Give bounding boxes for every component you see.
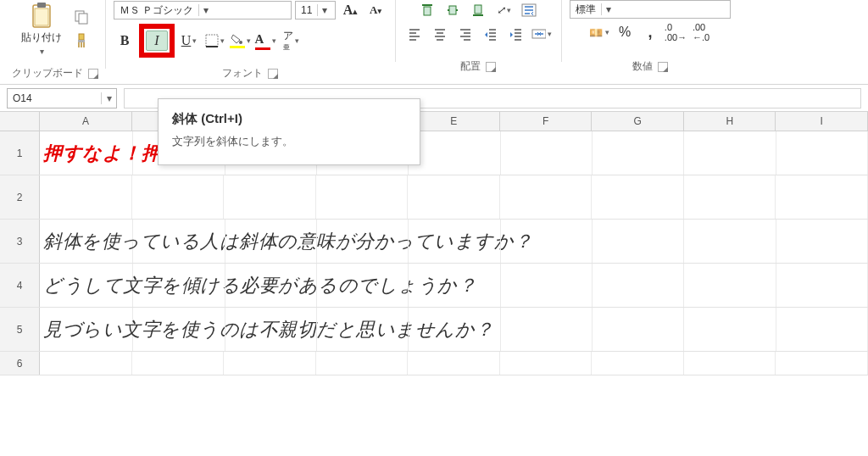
cell[interactable] [776,308,868,351]
decrease-font-button[interactable]: A▾ [364,0,387,20]
format-painter-button[interactable] [70,31,92,51]
cell[interactable] [225,308,317,351]
cell[interactable] [592,175,684,219]
cell[interactable] [501,220,593,263]
italic-button[interactable]: I [146,31,168,51]
cell[interactable] [776,220,868,263]
dialog-launcher-alignment[interactable] [486,62,496,72]
cell[interactable] [133,264,225,307]
cell[interactable] [316,175,409,219]
align-top-button[interactable] [416,0,438,20]
cell[interactable]: どうして文字を傾ける必要があるのでしょうか？ [40,264,133,307]
select-all-corner[interactable] [0,112,40,131]
cell[interactable]: 見づらい文字を使うのは不親切だと思いませんか？ [40,308,133,351]
font-name-combo[interactable]: ＭＳ Ｐゴシック ▾ [114,1,292,19]
cell[interactable] [40,175,132,219]
border-button[interactable]: ▾ [203,31,225,51]
align-middle-button[interactable] [442,0,464,20]
align-left-button[interactable] [403,24,426,44]
cell[interactable] [409,131,500,175]
cell[interactable] [317,220,409,263]
cell[interactable] [501,131,593,175]
align-center-button[interactable] [429,24,451,44]
font-color-button[interactable]: A ▾ [254,31,276,51]
cell[interactable] [776,131,868,175]
worksheet-grid[interactable]: ABCDEFGHI 1押すなよ！押すなよ！絶対に押すなよ！23斜体を使っている人… [0,112,868,375]
row-header[interactable]: 4 [0,264,40,307]
column-header[interactable]: A [40,112,132,131]
row-header[interactable]: 3 [0,220,40,263]
cell[interactable] [501,308,593,351]
cell[interactable] [408,352,500,375]
percent-button[interactable]: % [614,22,636,42]
column-header[interactable]: H [684,112,776,131]
cell[interactable] [684,352,776,375]
increase-indent-button[interactable] [505,24,527,44]
cell[interactable]: 斜体を使っている人は斜体の意味が分かっていますか？ [40,220,133,263]
increase-font-button[interactable]: A▴ [339,0,361,20]
cell[interactable] [409,220,500,263]
cell[interactable] [224,352,316,375]
align-right-button[interactable] [454,24,476,44]
font-size-combo[interactable]: 11 ▾ [295,1,336,19]
increase-decimal-button[interactable]: .0.00→ [665,22,687,42]
row-header[interactable]: 6 [0,352,40,375]
number-format-combo[interactable]: 標準 ▾ [570,0,731,19]
dialog-launcher-number[interactable] [658,62,668,72]
fill-color-button[interactable]: ▾ [229,31,251,51]
cell[interactable] [316,352,409,375]
cell[interactable] [776,264,868,307]
column-header[interactable]: E [408,112,500,131]
phonetic-button[interactable]: ア亜▾ [280,31,302,51]
cell[interactable] [684,308,776,351]
wrap-text-button[interactable] [518,0,540,20]
name-box[interactable]: O14 ▾ [7,88,117,108]
column-header[interactable]: G [592,112,684,131]
column-header[interactable]: I [776,112,868,131]
merge-center-button[interactable]: ▾ [531,24,553,44]
cell[interactable] [684,264,776,307]
cell[interactable] [684,220,776,263]
cell[interactable] [132,352,225,375]
cell[interactable] [500,175,593,219]
cell[interactable] [592,352,684,375]
row-header[interactable]: 1 [0,131,40,175]
dialog-launcher-clipboard[interactable] [88,69,98,79]
cell[interactable] [132,175,225,219]
row-header[interactable]: 2 [0,175,40,219]
cell[interactable] [593,131,684,175]
row-header[interactable]: 5 [0,308,40,351]
cell[interactable] [501,264,593,307]
cell[interactable] [317,264,409,307]
cell[interactable] [684,175,776,219]
cell[interactable] [225,220,317,263]
bold-button[interactable]: B [114,31,136,51]
align-bottom-button[interactable] [467,0,489,20]
cell[interactable] [408,175,500,219]
cell[interactable] [684,131,776,175]
cell[interactable] [500,352,593,375]
paste-button[interactable]: 貼り付け ▾ [18,0,65,58]
orientation-button[interactable]: ⤢▾ [492,0,515,20]
decrease-indent-button[interactable] [480,24,502,44]
underline-button[interactable]: U▾ [178,31,200,51]
accounting-format-button[interactable]: 💴▾ [588,22,610,42]
cell[interactable] [40,352,132,375]
comma-button[interactable]: , [639,22,661,42]
cell[interactable] [776,352,868,375]
cell[interactable] [409,264,500,307]
cell[interactable] [225,264,317,307]
column-header[interactable]: F [500,112,593,131]
cell[interactable] [593,308,684,351]
cell[interactable] [776,175,868,219]
cell[interactable] [593,264,684,307]
cell[interactable] [133,220,225,263]
copy-button[interactable] [70,7,92,27]
cell[interactable]: 押すなよ！押すなよ！絶対に押すなよ！ [40,131,133,175]
cell[interactable] [133,308,225,351]
cell[interactable] [224,175,316,219]
cell[interactable] [409,308,500,351]
cell[interactable] [593,220,684,263]
dialog-launcher-font[interactable] [268,69,278,79]
decrease-decimal-button[interactable]: .00←.0 [690,22,712,42]
